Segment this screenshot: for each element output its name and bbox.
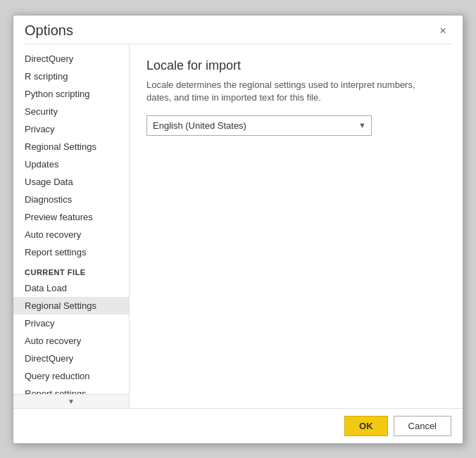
current-file-section-header: CURRENT FILE <box>13 261 129 279</box>
dialog-body: DirectQueryR scriptingPython scriptingSe… <box>13 44 463 408</box>
sidebar-file-item-query-reduction[interactable]: Query reduction <box>13 367 129 385</box>
locale-select-wrapper: English (United States)English (United K… <box>146 115 372 136</box>
locale-select[interactable]: English (United States)English (United K… <box>146 115 372 136</box>
sidebar-item-auto-recovery[interactable]: Auto recovery <box>13 226 129 243</box>
main-content: Locale for import Locale determines the … <box>130 44 463 408</box>
sidebar-item-diagnostics[interactable]: Diagnostics <box>13 191 129 208</box>
sidebar-item-regional-settings[interactable]: Regional Settings <box>13 138 129 155</box>
sidebar-item-python-scripting[interactable]: Python scripting <box>13 85 129 103</box>
content-description: Locale determines the regional settings … <box>146 79 442 104</box>
dialog-title: Options <box>25 23 73 39</box>
dialog-footer: OK Cancel <box>13 408 463 443</box>
scroll-down-arrow[interactable]: ▼ <box>13 394 129 408</box>
sidebar-item-directquery[interactable]: DirectQuery <box>13 50 129 68</box>
sidebar-scroll[interactable]: DirectQueryR scriptingPython scriptingSe… <box>13 44 129 394</box>
sidebar-file-item-auto-recovery[interactable]: Auto recovery <box>13 332 129 350</box>
sidebar-file-item-directquery[interactable]: DirectQuery <box>13 350 129 367</box>
sidebar: DirectQueryR scriptingPython scriptingSe… <box>13 44 130 408</box>
sidebar-item-usage-data[interactable]: Usage Data <box>13 173 129 191</box>
ok-button[interactable]: OK <box>344 416 388 436</box>
sidebar-item-security[interactable]: Security <box>13 103 129 120</box>
sidebar-item-privacy[interactable]: Privacy <box>13 120 129 138</box>
sidebar-item-updates[interactable]: Updates <box>13 155 129 173</box>
sidebar-file-item-report-settings[interactable]: Report settings <box>13 385 129 394</box>
close-button[interactable]: × <box>434 23 451 39</box>
sidebar-file-item-regional-settings[interactable]: Regional Settings <box>13 297 129 314</box>
content-title: Locale for import <box>146 58 446 73</box>
cancel-button[interactable]: Cancel <box>394 416 451 436</box>
sidebar-file-item-privacy[interactable]: Privacy <box>13 314 129 332</box>
title-bar: Options × <box>13 15 463 44</box>
sidebar-file-item-data-load[interactable]: Data Load <box>13 279 129 297</box>
sidebar-item-r-scripting[interactable]: R scripting <box>13 68 129 85</box>
sidebar-item-report-settings[interactable]: Report settings <box>13 243 129 261</box>
sidebar-item-preview-features[interactable]: Preview features <box>13 208 129 226</box>
options-dialog: Options × DirectQueryR scriptingPython s… <box>13 15 463 444</box>
